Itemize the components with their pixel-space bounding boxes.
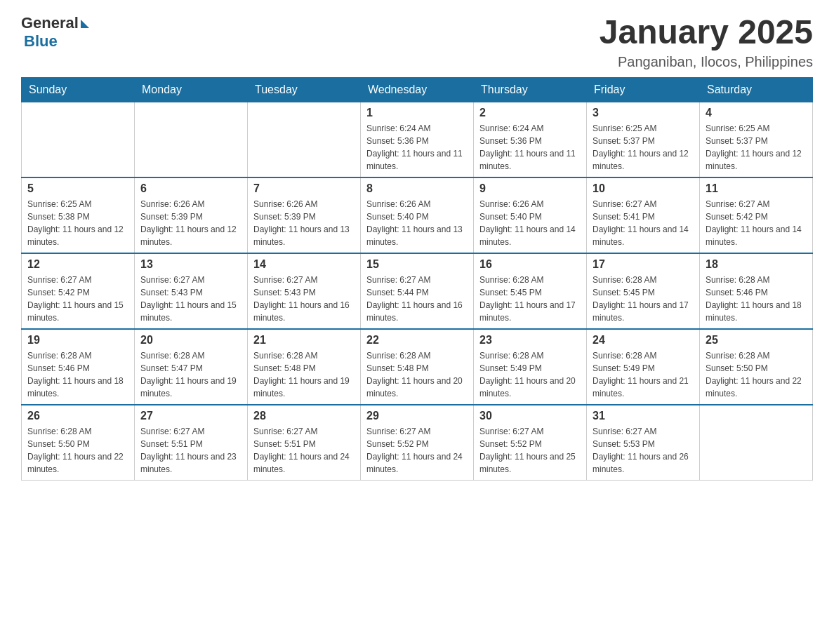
day-info: Sunrise: 6:27 AMSunset: 5:43 PMDaylight:… <box>253 274 355 324</box>
calendar-cell: 19Sunrise: 6:28 AMSunset: 5:46 PMDayligh… <box>22 329 135 405</box>
calendar-cell: 10Sunrise: 6:27 AMSunset: 5:41 PMDayligh… <box>587 177 700 253</box>
day-number: 6 <box>140 182 241 195</box>
day-info: Sunrise: 6:27 AMSunset: 5:44 PMDaylight:… <box>366 274 468 324</box>
calendar-week-row: 12Sunrise: 6:27 AMSunset: 5:42 PMDayligh… <box>22 253 813 329</box>
column-header-monday: Monday <box>135 77 248 102</box>
calendar-cell: 20Sunrise: 6:28 AMSunset: 5:47 PMDayligh… <box>135 329 248 405</box>
day-number: 17 <box>593 258 694 271</box>
day-number: 24 <box>593 334 694 347</box>
logo-triangle-icon <box>81 20 89 28</box>
column-header-saturday: Saturday <box>700 77 813 102</box>
day-number: 1 <box>366 107 468 119</box>
calendar-cell: 2Sunrise: 6:24 AMSunset: 5:36 PMDaylight… <box>474 102 587 177</box>
calendar-table: SundayMondayTuesdayWednesdayThursdayFrid… <box>21 77 813 481</box>
calendar-cell: 27Sunrise: 6:27 AMSunset: 5:51 PMDayligh… <box>135 405 248 481</box>
calendar-cell: 8Sunrise: 6:26 AMSunset: 5:40 PMDaylight… <box>361 177 474 253</box>
day-number: 22 <box>366 334 468 347</box>
day-number: 27 <box>140 410 241 422</box>
calendar-cell: 26Sunrise: 6:28 AMSunset: 5:50 PMDayligh… <box>22 405 135 481</box>
day-info: Sunrise: 6:28 AMSunset: 5:49 PMDaylight:… <box>479 349 581 400</box>
day-number: 9 <box>479 182 581 195</box>
day-number: 16 <box>479 258 581 271</box>
day-number: 25 <box>706 334 807 347</box>
calendar-cell: 6Sunrise: 6:26 AMSunset: 5:39 PMDaylight… <box>135 177 248 253</box>
day-number: 19 <box>27 334 128 347</box>
day-number: 26 <box>27 410 128 422</box>
day-info: Sunrise: 6:26 AMSunset: 5:39 PMDaylight:… <box>140 198 241 248</box>
calendar-cell: 18Sunrise: 6:28 AMSunset: 5:46 PMDayligh… <box>700 253 813 329</box>
calendar-week-row: 1Sunrise: 6:24 AMSunset: 5:36 PMDaylight… <box>22 102 813 177</box>
calendar-cell: 25Sunrise: 6:28 AMSunset: 5:50 PMDayligh… <box>700 329 813 405</box>
column-header-friday: Friday <box>587 77 700 102</box>
day-number: 23 <box>479 334 581 347</box>
calendar-cell: 14Sunrise: 6:27 AMSunset: 5:43 PMDayligh… <box>248 253 361 329</box>
calendar-cell: 28Sunrise: 6:27 AMSunset: 5:51 PMDayligh… <box>248 405 361 481</box>
day-info: Sunrise: 6:28 AMSunset: 5:45 PMDaylight:… <box>479 274 581 324</box>
day-info: Sunrise: 6:27 AMSunset: 5:41 PMDaylight:… <box>593 198 694 248</box>
day-info: Sunrise: 6:26 AMSunset: 5:40 PMDaylight:… <box>479 198 581 248</box>
day-number: 14 <box>253 258 355 271</box>
logo-blue-text: Blue <box>24 32 58 51</box>
calendar-cell: 4Sunrise: 6:25 AMSunset: 5:37 PMDaylight… <box>700 102 813 177</box>
title-section: January 2025 Panganiban, Ilocos, Philipp… <box>600 14 813 70</box>
calendar-cell: 5Sunrise: 6:25 AMSunset: 5:38 PMDaylight… <box>22 177 135 253</box>
day-info: Sunrise: 6:28 AMSunset: 5:48 PMDaylight:… <box>253 349 355 400</box>
calendar-cell: 17Sunrise: 6:28 AMSunset: 5:45 PMDayligh… <box>587 253 700 329</box>
calendar-week-row: 5Sunrise: 6:25 AMSunset: 5:38 PMDaylight… <box>22 177 813 253</box>
day-info: Sunrise: 6:24 AMSunset: 5:36 PMDaylight:… <box>366 122 468 173</box>
day-info: Sunrise: 6:25 AMSunset: 5:37 PMDaylight:… <box>706 122 807 173</box>
calendar-cell: 16Sunrise: 6:28 AMSunset: 5:45 PMDayligh… <box>474 253 587 329</box>
day-number: 31 <box>593 410 694 422</box>
day-info: Sunrise: 6:27 AMSunset: 5:51 PMDaylight:… <box>140 425 241 476</box>
day-number: 21 <box>253 334 355 347</box>
calendar-title: January 2025 <box>600 14 813 51</box>
day-info: Sunrise: 6:27 AMSunset: 5:43 PMDaylight:… <box>140 274 241 324</box>
day-info: Sunrise: 6:26 AMSunset: 5:40 PMDaylight:… <box>366 198 468 248</box>
day-info: Sunrise: 6:28 AMSunset: 5:48 PMDaylight:… <box>366 349 468 400</box>
calendar-cell <box>700 405 813 481</box>
day-info: Sunrise: 6:28 AMSunset: 5:45 PMDaylight:… <box>593 274 694 324</box>
column-header-thursday: Thursday <box>474 77 587 102</box>
column-header-sunday: Sunday <box>22 77 135 102</box>
calendar-cell <box>22 102 135 177</box>
day-number: 30 <box>479 410 581 422</box>
day-number: 5 <box>27 182 128 195</box>
day-number: 4 <box>706 107 807 119</box>
day-info: Sunrise: 6:25 AMSunset: 5:38 PMDaylight:… <box>27 198 128 248</box>
calendar-subtitle: Panganiban, Ilocos, Philippines <box>600 54 813 70</box>
calendar-cell: 7Sunrise: 6:26 AMSunset: 5:39 PMDaylight… <box>248 177 361 253</box>
column-header-tuesday: Tuesday <box>248 77 361 102</box>
calendar-cell: 30Sunrise: 6:27 AMSunset: 5:52 PMDayligh… <box>474 405 587 481</box>
day-number: 2 <box>479 107 581 119</box>
calendar-cell: 29Sunrise: 6:27 AMSunset: 5:52 PMDayligh… <box>361 405 474 481</box>
day-info: Sunrise: 6:27 AMSunset: 5:52 PMDaylight:… <box>366 425 468 476</box>
day-number: 29 <box>366 410 468 422</box>
calendar-cell: 24Sunrise: 6:28 AMSunset: 5:49 PMDayligh… <box>587 329 700 405</box>
calendar-header-row: SundayMondayTuesdayWednesdayThursdayFrid… <box>22 77 813 102</box>
calendar-cell: 31Sunrise: 6:27 AMSunset: 5:53 PMDayligh… <box>587 405 700 481</box>
day-info: Sunrise: 6:27 AMSunset: 5:53 PMDaylight:… <box>593 425 694 476</box>
day-number: 18 <box>706 258 807 271</box>
day-info: Sunrise: 6:28 AMSunset: 5:50 PMDaylight:… <box>27 425 128 476</box>
day-number: 3 <box>593 107 694 119</box>
calendar-week-row: 26Sunrise: 6:28 AMSunset: 5:50 PMDayligh… <box>22 405 813 481</box>
calendar-cell: 22Sunrise: 6:28 AMSunset: 5:48 PMDayligh… <box>361 329 474 405</box>
calendar-cell: 23Sunrise: 6:28 AMSunset: 5:49 PMDayligh… <box>474 329 587 405</box>
day-info: Sunrise: 6:28 AMSunset: 5:46 PMDaylight:… <box>27 349 128 400</box>
day-number: 10 <box>593 182 694 195</box>
day-number: 11 <box>706 182 807 195</box>
day-info: Sunrise: 6:26 AMSunset: 5:39 PMDaylight:… <box>253 198 355 248</box>
calendar-cell: 15Sunrise: 6:27 AMSunset: 5:44 PMDayligh… <box>361 253 474 329</box>
day-number: 20 <box>140 334 241 347</box>
day-number: 7 <box>253 182 355 195</box>
day-number: 12 <box>27 258 128 271</box>
calendar-week-row: 19Sunrise: 6:28 AMSunset: 5:46 PMDayligh… <box>22 329 813 405</box>
calendar-cell: 9Sunrise: 6:26 AMSunset: 5:40 PMDaylight… <box>474 177 587 253</box>
day-info: Sunrise: 6:28 AMSunset: 5:50 PMDaylight:… <box>706 349 807 400</box>
page-header: General Blue January 2025 Panganiban, Il… <box>21 14 813 70</box>
day-info: Sunrise: 6:28 AMSunset: 5:49 PMDaylight:… <box>593 349 694 400</box>
day-number: 8 <box>366 182 468 195</box>
day-info: Sunrise: 6:27 AMSunset: 5:42 PMDaylight:… <box>706 198 807 248</box>
column-header-wednesday: Wednesday <box>361 77 474 102</box>
calendar-cell <box>135 102 248 177</box>
